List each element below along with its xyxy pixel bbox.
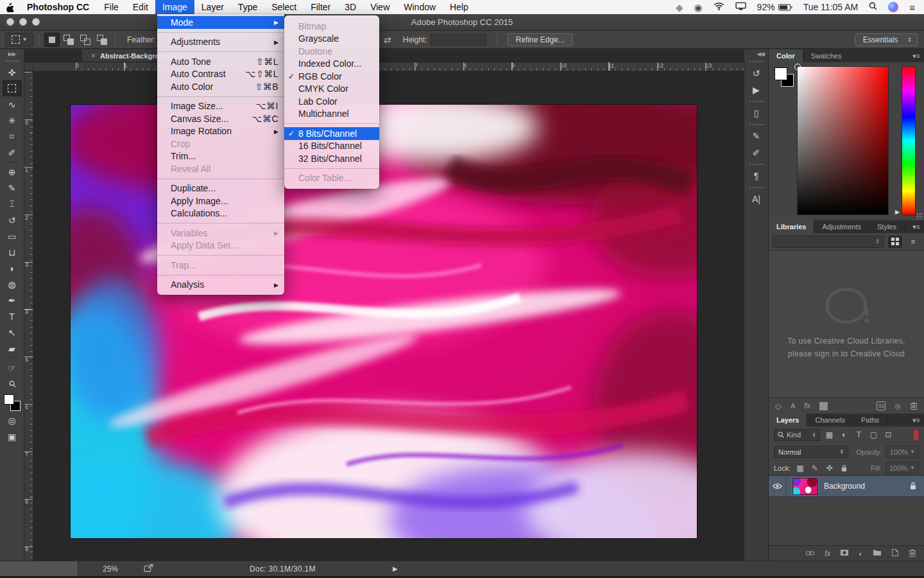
menubar-item-file[interactable]: File [97, 0, 126, 14]
brush-presets-panel-icon[interactable]: ✎ [746, 128, 767, 144]
workspace-switcher[interactable]: Essentials ⇕ [855, 33, 918, 46]
lock-transparency-icon[interactable]: ▦ [794, 464, 805, 473]
toolbar-expand-button[interactable]: ▶▶ [8, 49, 16, 58]
cc-sync-icon[interactable]: ◎ [894, 402, 901, 410]
intersect-selection-button[interactable] [94, 33, 110, 47]
menu-item-analysis[interactable]: Analysis ▶ [157, 279, 284, 292]
close-window-button[interactable] [6, 18, 14, 26]
menubar-clock[interactable]: Tue 11:05 AM [803, 2, 859, 12]
height-input[interactable] [430, 34, 486, 46]
ruler-horizontal[interactable]: 0 1 2 3 4 5 6 7 8 9 10 11 12 13 [33, 62, 744, 71]
creative-cloud-icon[interactable]: ◉ [694, 3, 703, 12]
strip-drag-handle[interactable] [749, 187, 764, 188]
toolbar-drag-handle[interactable] [6, 60, 19, 62]
tab-layers[interactable]: Layers [769, 414, 807, 426]
tab-paths[interactable]: Paths [853, 414, 887, 426]
shape-tool[interactable]: ▰ [3, 340, 22, 356]
foreground-color-swatch[interactable] [4, 394, 14, 405]
strip-drag-handle[interactable] [749, 164, 764, 165]
add-color-icon[interactable] [819, 402, 828, 410]
menubar-item-filter[interactable]: Filter [304, 0, 338, 14]
menubar-item-3d[interactable]: 3D [338, 0, 363, 14]
color-panel-swatches[interactable] [774, 67, 794, 87]
strip-drag-handle[interactable] [749, 101, 764, 102]
layer-thumbnail[interactable] [792, 478, 818, 495]
foreground-background-swatches[interactable] [4, 394, 21, 411]
sponge-tool[interactable]: ◍ [3, 276, 22, 292]
menubar-item-help[interactable]: Help [443, 0, 475, 14]
menubar-item-window[interactable]: Window [397, 0, 443, 14]
menu-item-calculations[interactable]: Calculations... [157, 207, 284, 220]
menubar-item-layer[interactable]: Layer [194, 0, 231, 14]
link-layers-icon[interactable] [805, 550, 815, 557]
delete-layer-icon[interactable] [909, 548, 916, 558]
menu-item-grayscale[interactable]: Grayscale [284, 33, 379, 46]
new-group-icon[interactable] [873, 549, 882, 557]
move-tool[interactable]: ✜ [3, 64, 22, 80]
dropbox-icon[interactable]: ◆ [676, 3, 683, 12]
canvas-pasteboard[interactable] [33, 71, 744, 561]
layer-filter-toggle[interactable] [913, 430, 919, 441]
strip-drag-handle[interactable] [749, 61, 764, 62]
new-selection-button[interactable] [44, 33, 60, 47]
menu-item-trim[interactable]: Trim... [157, 150, 284, 163]
device-preview-panel-icon[interactable]: ▯ [746, 105, 767, 121]
tab-swatches[interactable]: Swatches [803, 49, 850, 62]
status-options-arrow[interactable]: ▶ [393, 565, 398, 572]
filter-pixel-layers-icon[interactable]: ▦ [824, 430, 835, 439]
airplay-icon[interactable] [735, 2, 746, 12]
add-graphic-icon[interactable]: ◇ [775, 401, 782, 411]
menu-item-canvas-size[interactable]: Canvas Size... ⌥⌘C [157, 112, 284, 125]
menubar-item-view[interactable]: View [363, 0, 397, 14]
menubar-item-image[interactable]: Image [155, 0, 194, 14]
clone-stamp-tool[interactable]: ⌶ [3, 196, 22, 212]
actions-panel-icon[interactable]: ▶ [746, 82, 767, 98]
paint-bucket-tool[interactable]: ⊔ [3, 244, 22, 260]
menu-item-image-size[interactable]: Image Size... ⌥⌘I [157, 100, 284, 113]
foreground-color-swatch[interactable] [774, 67, 787, 80]
zoom-level-field[interactable]: 25% [103, 565, 118, 574]
pen-tool[interactable]: ✒ [3, 292, 22, 308]
lasso-tool[interactable]: ∿ [3, 96, 22, 112]
panel-resize-grip[interactable] [916, 213, 923, 219]
subtract-selection-button[interactable] [78, 33, 93, 47]
panel-menu-icon[interactable]: ▾≡ [912, 220, 924, 233]
quick-mask-button[interactable]: ◎ [3, 412, 22, 428]
lock-all-icon[interactable] [839, 464, 850, 472]
lock-pixels-icon[interactable]: ✎ [809, 464, 820, 473]
character-panel-icon[interactable]: A| [746, 191, 767, 207]
new-layer-icon[interactable] [891, 548, 899, 558]
menu-item-lab-color[interactable]: Lab Color [284, 95, 379, 108]
menu-item-auto-color[interactable]: Auto Color ⇧⌘B [157, 80, 284, 93]
menu-item-adjustments[interactable]: Adjustments ▶ [157, 36, 284, 49]
saturation-brightness-field[interactable] [797, 66, 889, 215]
menu-item-8-bits[interactable]: ✓ 8 Bits/Channel [284, 127, 379, 140]
fill-select[interactable]: 100% ▼ [886, 462, 919, 474]
grid-view-button[interactable] [888, 236, 902, 248]
window-titlebar[interactable]: Adobe Photoshop CC 2015 [0, 14, 924, 31]
menu-item-auto-tone[interactable]: Auto Tone ⇧⌘L [157, 55, 284, 68]
menu-item-cmyk-color[interactable]: CMYK Color [284, 83, 379, 96]
add-character-style-icon[interactable]: A [791, 402, 795, 410]
menu-item-32-bits[interactable]: 32 Bits/Channel [284, 152, 379, 165]
field-slider-arrow[interactable]: ▶ [895, 209, 900, 215]
magic-wand-tool[interactable]: ✳ [3, 112, 22, 128]
history-brush-tool[interactable]: ↺ [3, 212, 22, 228]
refine-edge-button[interactable]: Refine Edge... [508, 33, 573, 46]
minimize-window-button[interactable] [19, 18, 27, 26]
menu-item-auto-contrast[interactable]: Auto Contrast ⌥⇧⌘L [157, 68, 284, 81]
layer-row-background[interactable]: Background [769, 476, 924, 497]
menu-item-apply-image[interactable]: Apply Image... [157, 195, 284, 207]
menubar-item-select[interactable]: Select [264, 0, 304, 14]
swap-dimensions-icon[interactable]: ⇄ [384, 35, 391, 45]
menubar-item-app[interactable]: Photoshop CC [19, 0, 97, 14]
hue-slider[interactable] [902, 66, 916, 215]
panel-menu-icon[interactable]: ▾≡ [912, 49, 924, 62]
menubar-item-edit[interactable]: Edit [126, 0, 155, 14]
blend-mode-select[interactable]: Normal ⇕ [774, 446, 848, 458]
lock-position-icon[interactable]: ✜ [824, 464, 835, 473]
layer-mask-icon[interactable] [840, 549, 849, 557]
close-tab-icon[interactable]: × [91, 51, 96, 60]
add-layer-style-icon[interactable]: fx [804, 401, 810, 410]
trash-icon[interactable] [910, 401, 918, 411]
